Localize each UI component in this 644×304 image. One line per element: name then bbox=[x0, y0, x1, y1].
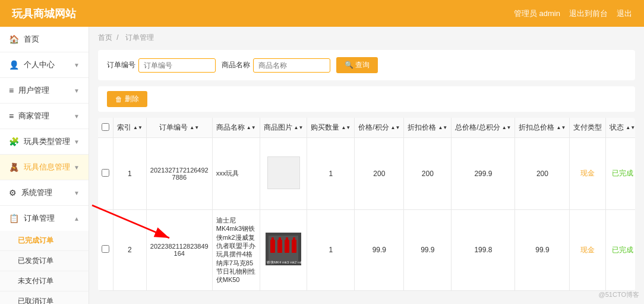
header-right: 管理员 admin 退出到前台 退出 bbox=[514, 8, 632, 19]
watermark: @51CTO博客 bbox=[599, 290, 639, 299]
col-checkbox bbox=[98, 118, 113, 138]
sort-icon: ▲▼ bbox=[190, 126, 199, 130]
shipped-orders-label: 已发货订单 bbox=[18, 256, 53, 265]
col-price: 价格/积分▲▼ bbox=[355, 118, 404, 138]
breadcrumb-home[interactable]: 首页 bbox=[98, 33, 112, 42]
sidebar-item-toy-info-mgmt[interactable]: 🧸 玩具信息管理 ▼ bbox=[0, 155, 89, 180]
table-row: 2 2022382112823849164 迪士尼MK4mk3钢铁侠mk2漫威复… bbox=[98, 209, 635, 290]
sidebar-item-order-mgmt[interactable]: 📋 订单管理 ▲ bbox=[0, 206, 89, 231]
row-checkbox bbox=[98, 209, 113, 290]
row-order-no: 20213271721264927886 bbox=[146, 138, 212, 210]
order-no-input[interactable] bbox=[138, 58, 216, 73]
svg-rect-2 bbox=[270, 240, 275, 253]
row-product-img: 铁侠MK4 mk3 mk2 mk1 bbox=[260, 209, 307, 290]
row-select-checkbox[interactable] bbox=[102, 245, 109, 253]
row-product-name: 迪士尼MK4mk3钢铁侠mk2漫威复仇者联盟手办玩具摆件4格纳库7马克85节日礼… bbox=[212, 209, 260, 290]
select-all-checkbox[interactable] bbox=[102, 123, 109, 131]
sidebar-item-system-mgmt[interactable]: ⚙ 系统管理 ▼ bbox=[0, 180, 89, 206]
chevron-down-icon: ▼ bbox=[74, 139, 80, 145]
users-icon: ≡ bbox=[9, 86, 14, 95]
unpaid-orders-label: 未支付订单 bbox=[18, 277, 53, 285]
sidebar-item-user-mgmt[interactable]: ≡ 用户管理 ▼ bbox=[0, 78, 89, 104]
action-bar: 🗑 删除 bbox=[98, 86, 635, 112]
chevron-down-icon: ▼ bbox=[74, 164, 80, 171]
col-discount-price: 折扣价格▲▼ bbox=[404, 118, 452, 138]
sidebar-item-personal[interactable]: 👤 个人中心 ▼ bbox=[0, 52, 89, 78]
chevron-up-icon: ▲ bbox=[74, 215, 80, 222]
search-bar: 订单编号 商品名称 🔍 查询 bbox=[98, 50, 635, 80]
sort-icon: ▲▼ bbox=[556, 126, 566, 130]
site-title: 玩具商城网站 bbox=[12, 7, 76, 21]
sort-icon: ▲▼ bbox=[341, 126, 351, 130]
sort-icon: ▲▼ bbox=[438, 126, 447, 130]
sidebar-item-toy-type-mgmt[interactable]: 🧩 玩具类型管理 ▼ bbox=[0, 129, 89, 155]
row-status: 已完成 bbox=[606, 209, 635, 290]
svg-rect-9 bbox=[293, 237, 295, 241]
row-qty: 1 bbox=[307, 138, 355, 210]
chevron-down-icon: ▼ bbox=[74, 87, 80, 94]
sort-icon: ▲▼ bbox=[133, 126, 143, 130]
svg-rect-4 bbox=[277, 240, 282, 253]
col-pay-type: 支付类型 bbox=[570, 118, 606, 138]
search-button[interactable]: 🔍 查询 bbox=[336, 57, 378, 73]
home-icon: 🏠 bbox=[9, 35, 19, 44]
sidebar-item-shipped-orders[interactable]: 已发货订单 bbox=[0, 251, 89, 271]
order-search-field: 订单编号 bbox=[107, 58, 216, 73]
sidebar-item-label: 用户管理 bbox=[18, 85, 49, 96]
row-select-checkbox[interactable] bbox=[102, 169, 109, 177]
product-image bbox=[267, 156, 300, 189]
row-discount-total: 200 bbox=[515, 138, 570, 210]
row-product-img bbox=[260, 138, 307, 210]
row-index: 1 bbox=[113, 138, 147, 210]
search-icon: 🔍 bbox=[345, 61, 353, 69]
sort-icon: ▲▼ bbox=[294, 126, 304, 130]
row-discount-total: 99.9 bbox=[515, 209, 570, 290]
breadcrumb-separator: / bbox=[116, 33, 121, 42]
row-status: 已完成 bbox=[606, 138, 635, 210]
row-price: 200 bbox=[355, 138, 404, 210]
row-total: 199.8 bbox=[452, 209, 515, 290]
sort-icon: ▲▼ bbox=[247, 126, 256, 130]
sidebar-item-label: 个人中心 bbox=[24, 59, 55, 70]
col-discount-total: 折扣总价格▲▼ bbox=[515, 118, 570, 138]
sidebar-item-home[interactable]: 🏠 首页 bbox=[0, 27, 89, 52]
sidebar-item-merchant-mgmt[interactable]: ≡ 商家管理 ▼ bbox=[0, 104, 89, 129]
row-pay-type: 现金 bbox=[570, 209, 606, 290]
product-name-input[interactable] bbox=[253, 58, 330, 73]
svg-rect-3 bbox=[272, 237, 274, 241]
logout-btn[interactable]: 退出 bbox=[617, 8, 632, 19]
row-total: 299.9 bbox=[452, 138, 515, 210]
sidebar-item-label: 商家管理 bbox=[18, 111, 49, 121]
header: 玩具商城网站 管理员 admin 退出到前台 退出 bbox=[0, 0, 644, 27]
col-index: 索引▲▼ bbox=[113, 118, 147, 138]
sidebar-item-label: 玩具信息管理 bbox=[24, 162, 70, 173]
back-to-frontend-btn[interactable]: 退出到前台 bbox=[569, 8, 608, 19]
row-checkbox bbox=[98, 138, 113, 210]
row-price: 99.9 bbox=[355, 209, 404, 290]
sort-icon: ▲▼ bbox=[391, 126, 400, 130]
breadcrumb-current: 订单管理 bbox=[125, 33, 154, 42]
toy-info-icon: 🧸 bbox=[9, 162, 19, 172]
person-icon: 👤 bbox=[9, 60, 19, 70]
sidebar-item-completed-orders[interactable]: 已完成订单 bbox=[0, 231, 89, 251]
row-qty: 1 bbox=[307, 209, 355, 290]
row-order-no: 2022382112823849164 bbox=[146, 209, 212, 290]
col-product-name: 商品名称▲▼ bbox=[212, 118, 260, 138]
batch-delete-button[interactable]: 🗑 删除 bbox=[107, 91, 147, 107]
table-header-row: 索引▲▼ 订单编号▲▼ 商品名称▲▼ 商品图片▲▼ 购买数量▲▼ 价格/积分▲▼… bbox=[98, 118, 635, 138]
row-pay-type: 现金 bbox=[570, 138, 606, 210]
sidebar: 🏠 首页 👤 个人中心 ▼ ≡ 用户管理 ▼ ≡ 商家管理 ▼ 🧩 玩具类型管理… bbox=[0, 27, 89, 304]
sort-icon: ▲▼ bbox=[502, 126, 512, 130]
breadcrumb: 首页 / 订单管理 bbox=[98, 33, 635, 43]
col-total: 总价格/总积分▲▼ bbox=[452, 118, 515, 138]
sidebar-item-label: 玩具类型管理 bbox=[24, 136, 70, 147]
col-qty: 购买数量▲▼ bbox=[307, 118, 355, 138]
order-no-label: 订单编号 bbox=[107, 60, 135, 70]
sidebar-item-label: 系统管理 bbox=[21, 187, 52, 198]
chevron-down-icon: ▼ bbox=[74, 113, 80, 120]
sidebar-item-cancelled-orders[interactable]: 已取消订单 bbox=[0, 292, 89, 304]
col-product-img: 商品图片▲▼ bbox=[260, 118, 307, 138]
product-name-label: 商品名称 bbox=[222, 60, 250, 70]
sidebar-item-unpaid-orders[interactable]: 未支付订单 bbox=[0, 271, 89, 292]
chevron-down-icon: ▼ bbox=[74, 190, 80, 196]
